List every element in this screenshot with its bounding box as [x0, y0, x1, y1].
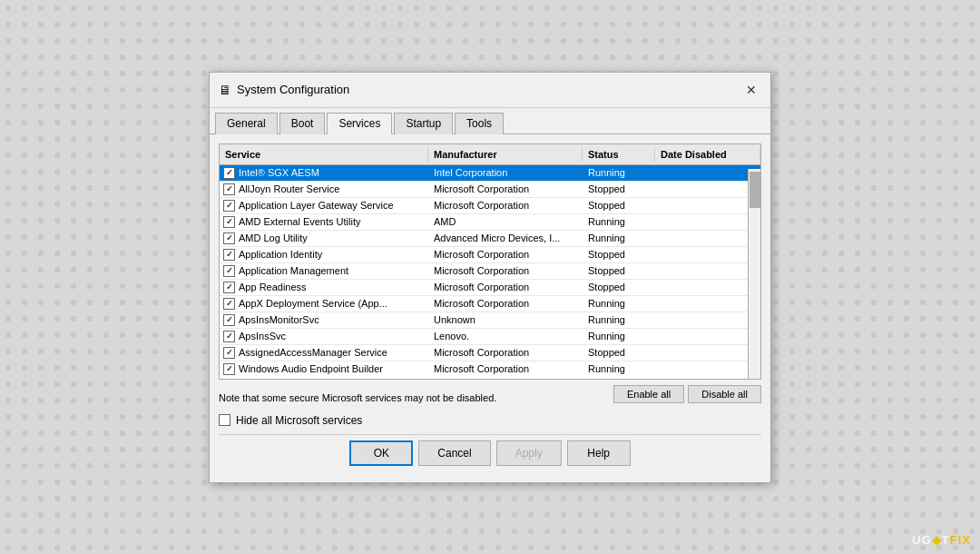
service-name-cell: Application Identity — [220, 247, 428, 262]
date-cell — [655, 220, 760, 223]
date-cell — [655, 171, 760, 174]
col-date-disabled[interactable]: Date Disabled — [655, 147, 760, 162]
status-cell: Running — [583, 165, 655, 180]
tab-general[interactable]: General — [215, 113, 278, 134]
date-cell — [655, 269, 760, 272]
table-row[interactable]: Windows Audio Endpoint Builder Microsoft… — [220, 361, 760, 376]
close-button[interactable]: ✕ — [741, 80, 761, 100]
table-row[interactable]: Application Management Microsoft Corpora… — [220, 263, 760, 280]
tab-tools[interactable]: Tools — [455, 113, 504, 134]
tab-services[interactable]: Services — [327, 113, 392, 134]
title-bar-left: 🖥 System Configuration — [219, 83, 349, 97]
status-cell: Running — [583, 329, 655, 343]
footer-buttons: OK Cancel Apply Help — [219, 434, 761, 473]
table-row[interactable]: Application Layer Gateway Service Micros… — [220, 198, 760, 214]
status-cell: Running — [583, 312, 655, 327]
manufacturer-cell: Microsoft Corporation — [428, 263, 583, 278]
status-cell: Stopped — [583, 280, 655, 294]
date-cell — [655, 187, 760, 191]
table-row[interactable]: ApsInsSvc Lenovo. Running — [220, 329, 760, 345]
watermark: UG◈TFIX — [912, 533, 971, 547]
manufacturer-cell: Unknown — [428, 312, 583, 327]
service-checkbox[interactable] — [223, 314, 235, 326]
cancel-button[interactable]: Cancel — [418, 440, 490, 466]
manufacturer-cell: Microsoft Corporation — [428, 182, 583, 196]
enable-disable-actions: Enable all Disable all — [613, 385, 761, 403]
scrollbar-thumb[interactable] — [750, 172, 760, 208]
service-name-cell: ApsInsSvc — [220, 329, 428, 344]
service-name-cell: Application Management — [220, 263, 428, 279]
status-cell: Stopped — [583, 198, 655, 213]
service-checkbox[interactable] — [223, 265, 235, 277]
help-button[interactable]: Help — [567, 440, 631, 466]
col-manufacturer[interactable]: Manufacturer — [428, 147, 583, 162]
note-text: Note that some secure Microsoft services… — [219, 387, 496, 407]
tab-startup[interactable]: Startup — [394, 113, 453, 134]
service-name-cell: Intel® SGX AESM — [220, 165, 428, 181]
hide-microsoft-checkbox[interactable] — [219, 414, 230, 426]
date-cell — [655, 334, 760, 338]
disable-all-button[interactable]: Disable all — [688, 385, 761, 403]
scrollbar[interactable] — [748, 169, 760, 380]
manufacturer-cell: Lenovo. — [428, 329, 583, 343]
window-title: System Configuration — [237, 83, 349, 96]
col-status[interactable]: Status — [583, 147, 655, 162]
manufacturer-cell: Microsoft Corporation — [428, 361, 583, 376]
manufacturer-cell: Microsoft Corporation — [428, 198, 583, 213]
service-checkbox[interactable] — [223, 183, 235, 195]
service-name-cell: AMD Log Utility — [220, 231, 428, 246]
service-checkbox[interactable] — [223, 216, 235, 228]
table-row[interactable]: AppX Deployment Service (App... Microsof… — [220, 296, 760, 312]
table-row[interactable]: AMD External Events Utility AMD Running — [220, 214, 760, 231]
status-cell: Running — [583, 361, 655, 376]
service-checkbox[interactable] — [223, 200, 235, 212]
service-checkbox[interactable] — [223, 249, 235, 261]
service-name-cell: ApsInsMonitorSvc — [220, 312, 428, 328]
manufacturer-cell: AMD — [428, 214, 583, 229]
service-name-cell: Application Layer Gateway Service — [220, 198, 428, 213]
ok-button[interactable]: OK — [349, 440, 413, 466]
service-checkbox[interactable] — [223, 167, 235, 179]
status-cell: Stopped — [583, 247, 655, 262]
manufacturer-cell: Intel Corporation — [428, 165, 583, 180]
date-cell — [655, 285, 760, 289]
apply-button[interactable]: Apply — [496, 440, 562, 466]
table-row[interactable]: Intel® SGX AESM Intel Corporation Runnin… — [220, 165, 760, 182]
watermark-highlight: ◈ — [932, 533, 942, 547]
service-checkbox[interactable] — [223, 347, 235, 359]
title-bar: 🖥 System Configuration ✕ — [210, 73, 770, 108]
note-row: Note that some secure Microsoft services… — [219, 380, 761, 411]
window-icon: 🖥 — [219, 83, 231, 97]
hide-row: Hide all Microsoft services — [219, 411, 761, 434]
enable-all-button[interactable]: Enable all — [613, 385, 684, 403]
service-checkbox[interactable] — [223, 282, 235, 293]
manufacturer-cell: Microsoft Corporation — [428, 280, 583, 294]
date-cell — [655, 351, 760, 354]
status-cell: Stopped — [583, 345, 655, 360]
table-row[interactable]: Application Identity Microsoft Corporati… — [220, 247, 760, 263]
service-checkbox[interactable] — [223, 232, 235, 244]
date-cell — [655, 302, 760, 305]
status-cell: Running — [583, 296, 655, 311]
services-table: Service Manufacturer Status Date Disable… — [219, 143, 761, 380]
col-service[interactable]: Service — [220, 147, 428, 162]
table-row[interactable]: ApsInsMonitorSvc Unknown Running — [220, 312, 760, 329]
manufacturer-cell: Microsoft Corporation — [428, 247, 583, 262]
system-configuration-window: 🖥 System Configuration ✕ General Boot Se… — [209, 72, 771, 483]
tab-boot[interactable]: Boot — [279, 113, 326, 134]
service-name-cell: AMD External Events Utility — [220, 214, 428, 230]
table-row[interactable]: AssignedAccessManager Service Microsoft … — [220, 345, 760, 361]
manufacturer-cell: Advanced Micro Devices, I... — [428, 231, 583, 245]
tab-content: Service Manufacturer Status Date Disable… — [210, 134, 770, 482]
hide-microsoft-label[interactable]: Hide all Microsoft services — [236, 414, 362, 427]
date-cell — [655, 367, 760, 371]
manufacturer-cell: Microsoft Corporation — [428, 345, 583, 360]
table-row[interactable]: AMD Log Utility Advanced Micro Devices, … — [220, 231, 760, 247]
table-body: Intel® SGX AESM Intel Corporation Runnin… — [220, 165, 760, 376]
service-checkbox[interactable] — [223, 363, 235, 375]
table-row[interactable]: AllJoyn Router Service Microsoft Corpora… — [220, 182, 760, 198]
service-checkbox[interactable] — [223, 331, 235, 342]
service-checkbox[interactable] — [223, 298, 235, 310]
service-name-cell: AllJoyn Router Service — [220, 182, 428, 197]
table-row[interactable]: App Readiness Microsoft Corporation Stop… — [220, 280, 760, 296]
